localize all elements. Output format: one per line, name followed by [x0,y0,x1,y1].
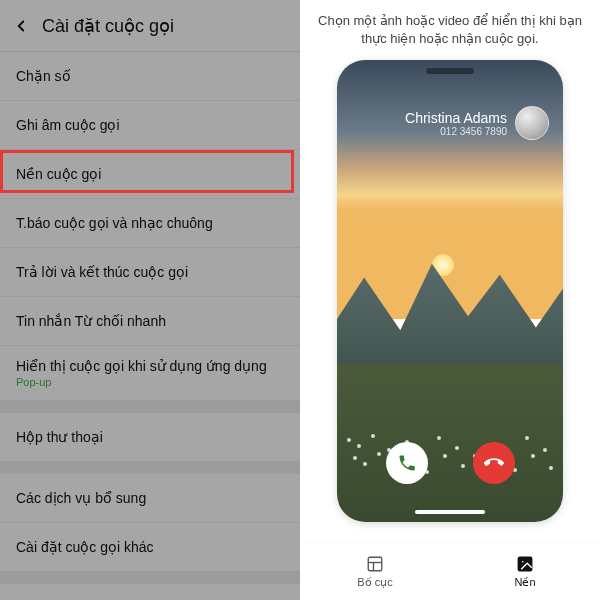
item-label: Các dịch vụ bổ sung [16,490,146,506]
decline-call-button[interactable] [473,442,515,484]
group-divider [0,401,300,413]
settings-item-phone-info[interactable]: Thông tin điện thoại [0,584,300,600]
phone-preview: Christina Adams 012 3456 7890 [337,60,563,522]
settings-item-call-background[interactable]: Nền cuộc gọi [0,150,300,199]
avatar [515,106,549,140]
item-label: Hộp thư thoại [16,429,103,445]
nav-label: Nền [514,576,535,589]
nav-background[interactable]: Nền [450,543,600,600]
call-buttons [337,442,563,484]
caller-info: Christina Adams 012 3456 7890 [405,106,549,140]
app-container: Cài đặt cuộc gọi Chặn số Ghi âm cuộc gọi… [0,0,600,600]
item-label: Tin nhắn Từ chối nhanh [16,313,166,329]
nav-layout[interactable]: Bố cục [300,543,450,600]
item-label: Cài đặt cuộc gọi khác [16,539,154,555]
item-label: Trả lời và kết thúc cuộc gọi [16,264,188,280]
settings-item-other[interactable]: Cài đặt cuộc gọi khác [0,523,300,572]
item-sublabel: Pop-up [16,376,284,388]
settings-item-block[interactable]: Chặn số [0,52,300,101]
accept-call-button[interactable] [386,442,428,484]
home-indicator [415,510,485,514]
back-icon[interactable] [10,15,32,37]
item-label: Hiển thị cuộc gọi khi sử dụng ứng dụng [16,358,284,374]
page-title: Cài đặt cuộc gọi [42,15,174,37]
notch [426,68,474,74]
bottom-nav: Bố cục Nền [300,542,600,600]
settings-list: Chặn số Ghi âm cuộc gọi Nền cuộc gọi T.b… [0,52,300,600]
svg-point-4 [521,560,524,563]
item-label: Nền cuộc gọi [16,166,101,182]
settings-item-voicemail[interactable]: Hộp thư thoại [0,413,300,462]
settings-pane: Cài đặt cuộc gọi Chặn số Ghi âm cuộc gọi… [0,0,300,600]
settings-item-reject-messages[interactable]: Tin nhắn Từ chối nhanh [0,297,300,346]
settings-item-record[interactable]: Ghi âm cuộc gọi [0,101,300,150]
svg-rect-3 [518,557,532,571]
preview-description: Chọn một ảnh hoặc video để hiển thị khi … [300,0,600,54]
caller-name: Christina Adams [405,110,507,126]
item-label: Ghi âm cuộc gọi [16,117,120,133]
nav-label: Bố cục [357,576,392,589]
item-label: T.báo cuộc gọi và nhạc chuông [16,215,213,231]
settings-item-answer-end[interactable]: Trả lời và kết thúc cuộc gọi [0,248,300,297]
settings-header: Cài đặt cuộc gọi [0,0,300,52]
group-divider [0,572,300,584]
settings-item-alerts[interactable]: T.báo cuộc gọi và nhạc chuông [0,199,300,248]
layout-icon [365,554,385,574]
group-divider [0,462,300,474]
svg-rect-0 [368,557,382,571]
caller-number: 012 3456 7890 [405,126,507,137]
image-icon [515,554,535,574]
settings-item-supplementary[interactable]: Các dịch vụ bổ sung [0,474,300,523]
settings-item-popup[interactable]: Hiển thị cuộc gọi khi sử dụng ứng dụng P… [0,346,300,401]
item-label: Chặn số [16,68,71,84]
preview-pane: Chọn một ảnh hoặc video để hiển thị khi … [300,0,600,600]
